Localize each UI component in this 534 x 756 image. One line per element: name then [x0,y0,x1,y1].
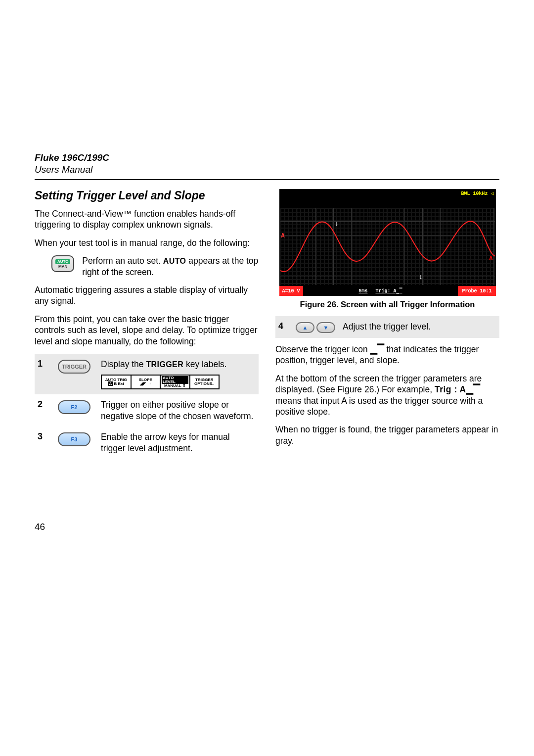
step-desc: Adjust the trigger level. [343,321,496,332]
auto-key-desc: Perform an auto set. AUTO appears at the… [82,255,259,278]
page-number: 46 [35,521,45,532]
two-column-layout: Setting Trigger Level and Slope The Conn… [35,189,499,459]
paragraph: Automatic triggering assures a stable di… [35,284,259,307]
figure-26: BWL 10kHz ◁ 1/2 AUTO A A ↓ ↓ [275,189,499,309]
step-desc: Trigger on either positive slope or nega… [101,399,256,422]
scale-badge: A=10 V [279,286,303,296]
paragraph: Observe the trigger icon ▁▔ that indicat… [275,344,499,366]
step-key: TRIGGER [54,359,94,374]
step-row: 4 ▲ ▼ Adjust the trigger level. [275,316,499,338]
section-heading: Setting Trigger Level and Slope [35,189,259,202]
step-number: 4 [278,321,288,331]
paragraph: The Connect-and-View™ function enables h… [35,208,259,231]
right-column: BWL 10kHz ◁ 1/2 AUTO A A ↓ ↓ [275,189,499,459]
step-key: F2 [54,399,94,414]
figure-caption: Figure 26. Screen with all Trigger Infor… [275,300,499,309]
step-key: F3 [54,431,94,446]
scope-bottom-bar: A=10 V 5ms Trig: A▁▔ Probe 10:1 [279,286,496,296]
auto-man-key: AUTO MAN [51,255,74,272]
step-row: 2 F2 Trigger on either positive slope or… [35,394,259,426]
scope-top-bar: BWL 10kHz ◁ [279,189,496,198]
probe-badge: Probe 10:1 [458,286,495,296]
step-list: 1 TRIGGER Display the TRIGGER key labels… [35,354,259,459]
step-number: 1 [38,359,47,369]
left-column: Setting Trigger Level and Slope The Conn… [35,189,259,459]
paragraph: When your test tool is in manual range, … [35,237,259,248]
paragraph: At the bottom of the screen the trigger … [275,373,499,418]
trigger-key: TRIGGER [58,360,90,374]
auto-badge: 1/2 AUTO [456,198,494,207]
step-row: 3 F3 Enable the arrow keys for manual tr… [35,426,259,459]
softkey-4: TRIGGER OPTIONS.. [190,376,219,388]
scope-grid: A A ↓ ↓ [279,207,496,286]
manual-subtitle: Users Manual [35,164,499,175]
trigger-icon: ▁▔ [370,344,384,354]
trig-example: Trig : A▁▔ [435,384,481,394]
softkey-bar: AUTO TRIG A B Ext SLOPE ◢◤ ↑ AUTO LEVEL … [101,375,220,389]
key-label-bottom: MAN [58,265,67,269]
step-row: 1 TRIGGER Display the TRIGGER key labels… [35,354,259,394]
product-name: Fluke 196C/199C [35,152,499,163]
step-number: 3 [38,431,47,442]
key-label-top: AUTO [55,259,71,264]
softkey-1: AUTO TRIG A B Ext [102,376,132,388]
softkey-2: SLOPE ◢◤ ↑ [132,376,161,388]
manual-page: Fluke 196C/199C Users Manual Setting Tri… [0,0,534,756]
timebase-trig: 5ms Trig: A▁▔ [303,286,458,296]
page-header: Fluke 196C/199C Users Manual [35,152,499,175]
f2-key: F2 [58,400,90,414]
paragraph: When no trigger is found, the trigger pa… [275,424,499,446]
paragraph: From this point, you can take over the b… [35,314,259,347]
softkey-3: AUTO LEVEL MANUAL ⬍ [161,376,190,388]
f3-key: F3 [58,432,90,446]
auto-key-row: AUTO MAN Perform an auto set. AUTO appea… [35,255,259,278]
scope-screen: BWL 10kHz ◁ 1/2 AUTO A A ↓ ↓ [279,189,496,296]
down-arrow-key: ▼ [316,322,335,333]
waveform-trace [280,208,495,285]
arrow-keys: ▲ ▼ [295,321,336,333]
step-number: 2 [38,399,47,410]
bwl-label: BWL 10kHz ◁ [461,190,493,196]
up-arrow-key: ▲ [296,322,314,333]
step-desc: Enable the arrow keys for manual trigger… [101,431,256,454]
step-desc: Display the TRIGGER key labels. AUTO TRI… [101,359,256,389]
header-rule [35,179,499,180]
